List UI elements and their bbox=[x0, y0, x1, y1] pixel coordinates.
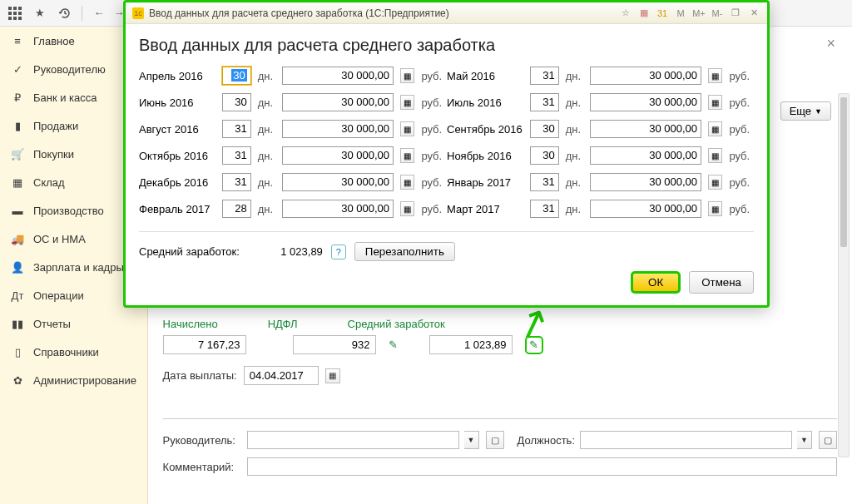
sidebar-item-catalogs[interactable]: ▯Справочники bbox=[0, 338, 147, 366]
calculator-icon[interactable]: ▦ bbox=[400, 175, 414, 190]
month-cell: Декабрь 201631дн.30 000,00▦руб. bbox=[139, 173, 447, 191]
star-icon[interactable]: ★ bbox=[32, 5, 48, 22]
currency-unit: руб. bbox=[421, 70, 447, 82]
calculator-icon[interactable]: ▦ bbox=[708, 68, 722, 83]
pencil-icon[interactable]: ✎ bbox=[389, 338, 398, 351]
tab-accrued[interactable]: Начислено bbox=[163, 318, 218, 330]
amount-input[interactable]: 30 000,00 bbox=[590, 67, 701, 85]
manager-input[interactable] bbox=[247, 431, 459, 449]
amount-input[interactable]: 30 000,00 bbox=[282, 146, 394, 165]
person-icon: 👤 bbox=[10, 259, 25, 274]
bars-icon: ▮▮ bbox=[10, 316, 25, 331]
days-input[interactable]: 31 bbox=[530, 173, 559, 191]
mem-m-icon[interactable]: M bbox=[674, 7, 687, 20]
month-label: Июль 2016 bbox=[447, 96, 523, 109]
days-unit: дн. bbox=[566, 70, 583, 82]
days-unit: дн. bbox=[258, 70, 275, 82]
calculator-icon[interactable]: ▦ bbox=[400, 148, 414, 163]
ok-button[interactable]: ОК bbox=[631, 271, 681, 294]
days-input[interactable]: 28 bbox=[222, 200, 251, 218]
sidebar-item-admin[interactable]: ✿Администрирование bbox=[0, 366, 147, 394]
svg-rect-0 bbox=[8, 7, 12, 10]
close-icon[interactable]: ✕ bbox=[747, 7, 760, 20]
amount-input[interactable]: 30 000,00 bbox=[590, 146, 701, 165]
open-icon[interactable]: ▢ bbox=[819, 431, 837, 449]
sidebar-item-label: Склад bbox=[33, 176, 65, 189]
calculator-icon[interactable]: ▦ bbox=[400, 68, 414, 83]
days-input[interactable]: 31 bbox=[222, 173, 251, 191]
payment-date-input[interactable] bbox=[244, 366, 319, 385]
calculator-icon[interactable]: ▦ bbox=[708, 95, 722, 110]
calculator-icon[interactable]: ▦ bbox=[400, 121, 414, 136]
amount-input[interactable]: 30 000,00 bbox=[590, 173, 701, 191]
days-input[interactable]: 31 bbox=[530, 200, 559, 218]
book-icon: ▯ bbox=[10, 344, 25, 359]
apps-icon[interactable] bbox=[7, 5, 23, 22]
scrollbar-vertical[interactable] bbox=[838, 93, 850, 457]
calculator-icon[interactable]: ▦ bbox=[708, 148, 722, 163]
currency-unit: руб. bbox=[421, 123, 447, 136]
help-icon[interactable]: ? bbox=[331, 245, 346, 259]
chevron-down-icon[interactable]: ▼ bbox=[464, 431, 479, 449]
dialog-title: Ввод данных для расчета среднего заработ… bbox=[139, 36, 754, 55]
calculator-icon[interactable]: ▦ bbox=[708, 175, 722, 190]
days-input[interactable]: 31 bbox=[530, 93, 559, 111]
sidebar-item-reports[interactable]: ▮▮Отчеты bbox=[0, 309, 147, 338]
month-cell: Июнь 201630дн.30 000,00▦руб. bbox=[139, 93, 447, 111]
amount-input[interactable]: 30 000,00 bbox=[590, 120, 701, 138]
svg-rect-3 bbox=[8, 12, 12, 15]
tab-ndfl[interactable]: НДФЛ bbox=[268, 318, 298, 330]
refill-button[interactable]: Перезаполнить bbox=[354, 242, 455, 261]
accrued-input[interactable] bbox=[163, 335, 246, 354]
dialog-titlebar[interactable]: 1c Ввод данных для расчета среднего зара… bbox=[126, 2, 767, 24]
calendar-icon[interactable]: ▦ bbox=[325, 368, 340, 383]
tab-avg[interactable]: Средний заработок bbox=[348, 318, 445, 330]
currency-unit: руб. bbox=[421, 176, 447, 189]
days-input[interactable]: 30 bbox=[530, 146, 559, 165]
month-cell: Ноябрь 201630дн.30 000,00▦руб. bbox=[447, 146, 755, 165]
mem-mplus-icon[interactable]: M+ bbox=[692, 7, 706, 20]
svg-rect-7 bbox=[13, 17, 17, 20]
month-row: Апрель 201630дн.30 000,00▦руб.Май 201631… bbox=[139, 65, 754, 86]
close-icon[interactable]: × bbox=[826, 35, 835, 52]
window-restore-icon[interactable]: ❐ bbox=[729, 7, 742, 20]
cancel-button[interactable]: Отмена bbox=[689, 271, 754, 294]
chevron-down-icon[interactable]: ▼ bbox=[797, 431, 812, 449]
month-row: Июнь 201630дн.30 000,00▦руб.Июль 201631д… bbox=[139, 91, 754, 113]
amount-input[interactable]: 30 000,00 bbox=[590, 93, 701, 111]
open-icon[interactable]: ▢ bbox=[486, 431, 504, 449]
days-input[interactable]: 31 bbox=[530, 67, 559, 85]
amount-input[interactable]: 30 000,00 bbox=[282, 120, 394, 138]
days-input[interactable]: 30 bbox=[222, 67, 251, 85]
boxes-icon: ▦ bbox=[10, 175, 25, 190]
days-input[interactable]: 30 bbox=[530, 120, 559, 138]
days-input[interactable]: 31 bbox=[222, 120, 251, 138]
calc-icon[interactable]: ▦ bbox=[637, 7, 651, 20]
history-icon[interactable] bbox=[57, 5, 73, 22]
amount-input[interactable]: 30 000,00 bbox=[590, 200, 701, 218]
comment-input[interactable] bbox=[247, 457, 837, 476]
calculator-icon[interactable]: ▦ bbox=[400, 95, 414, 110]
amount-input[interactable]: 30 000,00 bbox=[282, 93, 394, 111]
calculator-icon[interactable]: ▦ bbox=[400, 201, 414, 216]
avg-input[interactable] bbox=[429, 335, 513, 354]
dialog-window-title: Ввод данных для расчета среднего заработ… bbox=[149, 7, 449, 19]
favorite-icon[interactable]: ☆ bbox=[619, 7, 632, 20]
mem-mminus-icon[interactable]: M- bbox=[711, 7, 724, 20]
days-input[interactable]: 30 bbox=[222, 93, 251, 111]
pencil-highlight-icon[interactable]: ✎ bbox=[525, 336, 543, 354]
amount-input[interactable]: 30 000,00 bbox=[282, 173, 394, 191]
amount-input[interactable]: 30 000,00 bbox=[282, 67, 394, 85]
calendar-icon[interactable]: 31 bbox=[656, 7, 669, 20]
amount-input[interactable]: 30 000,00 bbox=[282, 200, 394, 218]
position-input[interactable] bbox=[580, 431, 792, 449]
ndfl-input[interactable] bbox=[293, 335, 376, 354]
month-label: Май 2016 bbox=[447, 70, 523, 82]
calculator-icon[interactable]: ▦ bbox=[708, 121, 722, 136]
month-label: Март 2017 bbox=[447, 203, 523, 215]
nav-back-icon[interactable]: ← bbox=[91, 5, 107, 22]
sidebar-item-label: Производство bbox=[33, 205, 104, 217]
more-button[interactable]: Еще▼ bbox=[780, 101, 831, 121]
calculator-icon[interactable]: ▦ bbox=[708, 201, 722, 216]
days-input[interactable]: 31 bbox=[222, 146, 251, 165]
